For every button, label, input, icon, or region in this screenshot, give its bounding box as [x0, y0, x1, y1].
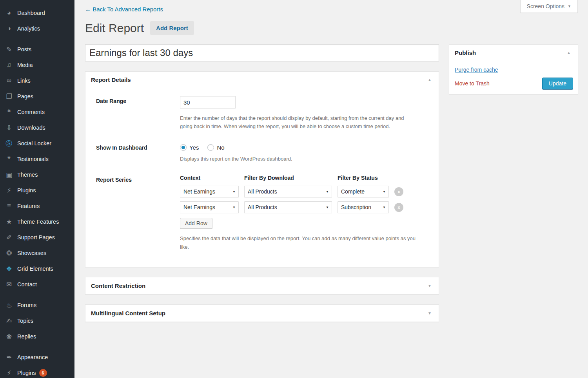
- sidebar-item-replies[interactable]: ❀Replies: [0, 329, 74, 344]
- context-select[interactable]: Net Earnings: [180, 186, 239, 197]
- sidebar-item-forums[interactable]: ♨Forums: [0, 297, 74, 313]
- filter-by-status-select-wrap: Complete: [338, 186, 389, 197]
- pushpin-icon: ✎: [5, 45, 13, 54]
- remove-series-row-button[interactable]: x: [394, 187, 403, 196]
- report-details-header[interactable]: Report Details ▲: [85, 72, 439, 88]
- multilingual-content-setup-panel: Multilingual Content Setup▼: [85, 304, 439, 322]
- collapse-arrow-icon[interactable]: ▲: [565, 51, 572, 55]
- filter-by-download-select[interactable]: All Products: [244, 186, 332, 197]
- report-title-input[interactable]: [85, 44, 439, 61]
- sidebar-item-label: Plugins: [17, 187, 36, 194]
- sidebar-item-grid-elements[interactable]: ❖Grid Elements: [0, 261, 74, 277]
- sidebar-item-downloads[interactable]: ⇩Downloads: [0, 120, 74, 136]
- sidebar-item-label: Posts: [17, 46, 31, 52]
- collapse-arrow-icon[interactable]: ▼: [426, 284, 433, 288]
- purge-from-cache-link[interactable]: Purge from cache: [455, 67, 498, 73]
- publish-header[interactable]: Publish ▲: [449, 45, 578, 61]
- sidebar-item-analytics[interactable]: ◑Analytics: [0, 21, 74, 36]
- sidebar-item-plugins[interactable]: ⚡Plugins6: [0, 365, 74, 378]
- show-in-dashboard-option-yes[interactable]: Yes: [180, 144, 199, 151]
- filter-by-download-select[interactable]: All Products: [244, 201, 332, 213]
- sidebar-menu-group: ♨Forums✍Topics❀Replies: [0, 297, 74, 344]
- back-to-advanced-reports-link[interactable]: ← Back To Advanced Reports: [85, 6, 163, 13]
- content-restriction-header[interactable]: Content Restriction▼: [85, 277, 439, 294]
- sidebar-item-features[interactable]: ≡Features: [0, 198, 74, 214]
- sidebar-item-label: Showcases: [17, 250, 46, 256]
- remove-series-row-button[interactable]: x: [394, 203, 403, 212]
- series-column-header-filter-by-download: Filter By Download: [244, 175, 332, 182]
- context-select[interactable]: Net Earnings: [180, 201, 239, 213]
- sidebar-item-label: Support Pages: [17, 234, 55, 241]
- report-details-title: Report Details: [91, 76, 131, 83]
- sidebar-item-label: Testimonials: [17, 156, 49, 162]
- report-series-field: ContextFilter By DownloadFilter By Statu…: [180, 175, 435, 251]
- plugin-plug-icon: ⚡: [5, 186, 13, 195]
- report-details-body: Date Range Enter the number of days that…: [85, 88, 439, 267]
- graduation-cap-icon: ✐: [5, 233, 13, 242]
- collapse-arrow-icon[interactable]: ▼: [426, 311, 433, 315]
- radio-button-icon[interactable]: [180, 144, 187, 151]
- sidebar-item-showcases[interactable]: ❂Showcases: [0, 245, 74, 261]
- sidebar-item-label: Pages: [17, 93, 33, 99]
- sidebar-item-themes[interactable]: ▣Themes: [0, 167, 74, 183]
- sidebar-item-topics[interactable]: ✍Topics: [0, 313, 74, 329]
- sidebar-item-label: Themes: [17, 172, 38, 178]
- sidebar-item-appearance[interactable]: ✒Appearance: [0, 349, 74, 365]
- collapse-arrow-icon[interactable]: ▲: [426, 78, 433, 82]
- screen-options-label: Screen Options: [527, 3, 565, 9]
- context-select-wrap: Net Earnings: [180, 201, 239, 213]
- filter-by-status-select[interactable]: Subscription: [338, 201, 389, 213]
- links-chain-icon: ∞: [5, 77, 13, 85]
- sidebar-item-label: Plugins: [17, 370, 36, 376]
- radio-label: No: [217, 144, 224, 151]
- show-in-dashboard-option-no[interactable]: No: [207, 144, 224, 151]
- sidebar-item-links[interactable]: ∞Links: [0, 73, 74, 89]
- sidebar-item-pages[interactable]: ❐Pages: [0, 89, 74, 104]
- move-to-trash-link[interactable]: Move to Trash: [455, 80, 490, 87]
- date-range-description: Enter the number of days that the report…: [180, 114, 416, 131]
- pages-icon: ❐: [5, 92, 13, 101]
- sidebar-item-comments[interactable]: ❝Comments: [0, 104, 74, 120]
- sidebar-item-social-locker[interactable]: ⓈSocial Locker: [0, 136, 74, 151]
- sidebar-item-theme-features[interactable]: ★Theme Features: [0, 214, 74, 230]
- publish-panel: Publish ▲ Purge from cache Move to Trash…: [449, 44, 578, 94]
- multilingual-content-setup-header[interactable]: Multilingual Content Setup▼: [85, 305, 439, 322]
- sidebar-item-plugins[interactable]: ⚡Plugins: [0, 183, 74, 198]
- analytics-icon: ◑: [5, 25, 13, 33]
- report-series-grid: ContextFilter By DownloadFilter By Statu…: [180, 175, 416, 213]
- add-row-button[interactable]: Add Row: [180, 218, 212, 229]
- features-list-icon: ≡: [5, 202, 13, 210]
- sidebar-item-support-pages[interactable]: ✐Support Pages: [0, 230, 74, 245]
- sidebar-item-posts[interactable]: ✎Posts: [0, 42, 74, 57]
- sidebar-item-label: Contact: [17, 281, 37, 288]
- update-button[interactable]: Update: [542, 78, 573, 89]
- beehive-icon: ♨: [5, 301, 13, 309]
- series-column-header-context: Context: [180, 175, 239, 182]
- sidebar-item-label: Appearance: [17, 354, 48, 360]
- social-locker-shield-icon: Ⓢ: [5, 139, 13, 148]
- testimonials-bubbles-icon: ❞: [5, 155, 13, 163]
- grid-elements-icon: ❖: [5, 265, 13, 273]
- collapsed-panels: Content Restriction▼Multilingual Content…: [85, 277, 439, 322]
- sidebar-item-testimonials[interactable]: ❞Testimonials: [0, 151, 74, 167]
- sidebar-item-media[interactable]: ♫Media: [0, 57, 74, 73]
- context-select-wrap: Net Earnings: [180, 186, 239, 197]
- screen-options-tab[interactable]: Screen Options ▼: [520, 0, 578, 13]
- show-in-dashboard-label: Show In Dashboard: [85, 143, 180, 163]
- date-range-row: Date Range Enter the number of days that…: [85, 88, 439, 135]
- edit-columns: Report Details ▲ Date Range Enter the nu…: [85, 44, 578, 322]
- filter-by-status-select[interactable]: Complete: [338, 186, 389, 197]
- sidebar-item-label: Dashboard: [17, 10, 45, 16]
- sidebar-item-label: Replies: [17, 333, 36, 340]
- sidebar-item-label: Features: [17, 203, 40, 209]
- date-range-input[interactable]: [180, 96, 236, 109]
- show-in-dashboard-radio-group: YesNo: [180, 143, 416, 151]
- report-series-description: Specifies the data that will be displaye…: [180, 234, 416, 251]
- sidebar-item-contact[interactable]: ✉Contact: [0, 277, 74, 292]
- dashboard-icon: ◕: [5, 9, 13, 17]
- back-link-row: ← Back To Advanced Reports: [85, 0, 578, 13]
- radio-button-icon[interactable]: [207, 144, 214, 151]
- add-report-button[interactable]: Add Report: [150, 21, 194, 35]
- publish-title: Publish: [455, 49, 476, 56]
- sidebar-item-dashboard[interactable]: ◕Dashboard: [0, 5, 74, 21]
